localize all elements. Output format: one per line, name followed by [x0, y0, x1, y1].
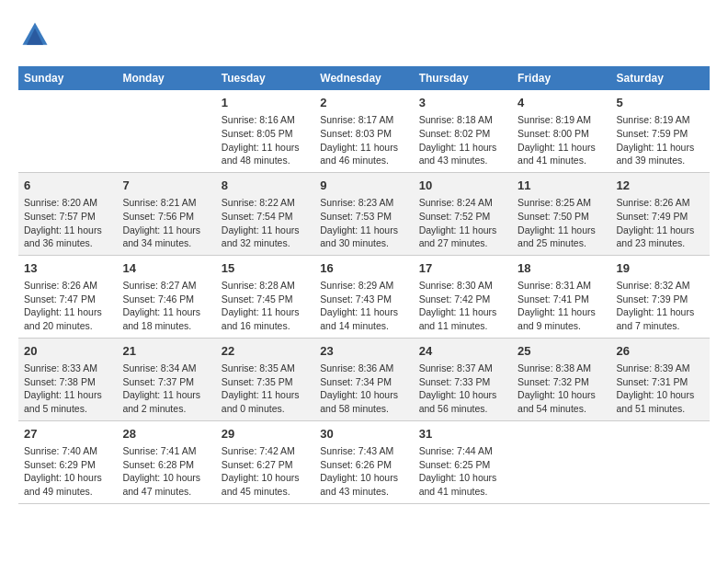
day-info: Sunrise: 8:29 AM Sunset: 7:43 PM Dayligh…	[320, 279, 407, 333]
calendar-cell: 3Sunrise: 8:18 AM Sunset: 8:02 PM Daylig…	[414, 90, 512, 172]
day-number: 22	[222, 343, 309, 360]
calendar-cell: 4Sunrise: 8:19 AM Sunset: 8:00 PM Daylig…	[512, 90, 610, 172]
day-number: 13	[24, 260, 111, 277]
calendar-cell: 27Sunrise: 7:40 AM Sunset: 6:29 PM Dayli…	[18, 420, 117, 503]
day-info: Sunrise: 7:44 AM Sunset: 6:25 PM Dayligh…	[419, 444, 506, 499]
day-number: 12	[617, 178, 704, 194]
calendar-cell: 8Sunrise: 8:22 AM Sunset: 7:54 PM Daylig…	[216, 172, 314, 255]
calendar-cell	[117, 90, 215, 172]
calendar-cell: 20Sunrise: 8:33 AM Sunset: 7:38 PM Dayli…	[18, 338, 117, 420]
day-number: 5	[617, 95, 704, 111]
day-info: Sunrise: 8:20 AM Sunset: 7:57 PM Dayligh…	[24, 196, 111, 250]
day-number: 29	[222, 426, 309, 442]
day-info: Sunrise: 8:25 AM Sunset: 7:50 PM Dayligh…	[518, 196, 605, 250]
day-number: 8	[222, 178, 309, 194]
week-row-4: 27Sunrise: 7:40 AM Sunset: 6:29 PM Dayli…	[18, 420, 710, 503]
page-header	[18, 18, 710, 52]
header-cell-monday: Monday	[117, 66, 215, 90]
day-info: Sunrise: 8:34 AM Sunset: 7:37 PM Dayligh…	[122, 362, 210, 416]
header-cell-wednesday: Wednesday	[314, 66, 413, 90]
day-info: Sunrise: 8:33 AM Sunset: 7:38 PM Dayligh…	[24, 362, 111, 416]
header-row: SundayMondayTuesdayWednesdayThursdayFrid…	[18, 66, 710, 90]
day-info: Sunrise: 8:31 AM Sunset: 7:41 PM Dayligh…	[518, 279, 605, 333]
calendar-cell: 10Sunrise: 8:24 AM Sunset: 7:52 PM Dayli…	[414, 172, 512, 255]
calendar-cell	[611, 420, 710, 503]
calendar-header: SundayMondayTuesdayWednesdayThursdayFrid…	[18, 66, 710, 90]
day-number: 28	[122, 426, 210, 442]
calendar-table: SundayMondayTuesdayWednesdayThursdayFrid…	[18, 66, 710, 504]
calendar-cell: 1Sunrise: 8:16 AM Sunset: 8:05 PM Daylig…	[216, 90, 314, 172]
calendar-cell: 22Sunrise: 8:35 AM Sunset: 7:35 PM Dayli…	[216, 338, 314, 420]
day-info: Sunrise: 8:28 AM Sunset: 7:45 PM Dayligh…	[222, 279, 309, 333]
calendar-cell: 31Sunrise: 7:44 AM Sunset: 6:25 PM Dayli…	[414, 420, 512, 503]
day-number: 26	[617, 343, 704, 360]
calendar-cell: 5Sunrise: 8:19 AM Sunset: 7:59 PM Daylig…	[611, 90, 710, 172]
day-info: Sunrise: 8:21 AM Sunset: 7:56 PM Dayligh…	[122, 196, 210, 250]
day-number: 20	[24, 343, 111, 360]
calendar-cell: 17Sunrise: 8:30 AM Sunset: 7:42 PM Dayli…	[414, 255, 512, 338]
day-info: Sunrise: 8:26 AM Sunset: 7:49 PM Dayligh…	[617, 196, 704, 250]
calendar-cell: 6Sunrise: 8:20 AM Sunset: 7:57 PM Daylig…	[18, 172, 117, 255]
day-info: Sunrise: 8:26 AM Sunset: 7:47 PM Dayligh…	[24, 279, 111, 333]
day-number: 30	[320, 426, 407, 442]
calendar-body: 1Sunrise: 8:16 AM Sunset: 8:05 PM Daylig…	[18, 90, 710, 503]
day-info: Sunrise: 8:22 AM Sunset: 7:54 PM Dayligh…	[222, 196, 309, 250]
calendar-cell: 28Sunrise: 7:41 AM Sunset: 6:28 PM Dayli…	[117, 420, 215, 503]
day-info: Sunrise: 8:18 AM Sunset: 8:02 PM Dayligh…	[419, 113, 506, 167]
day-number: 6	[24, 178, 111, 194]
day-number: 21	[122, 343, 210, 360]
calendar-cell: 2Sunrise: 8:17 AM Sunset: 8:03 PM Daylig…	[314, 90, 413, 172]
day-info: Sunrise: 8:39 AM Sunset: 7:31 PM Dayligh…	[617, 362, 704, 416]
calendar-cell: 7Sunrise: 8:21 AM Sunset: 7:56 PM Daylig…	[117, 172, 215, 255]
logo-icon	[18, 18, 51, 52]
header-cell-saturday: Saturday	[611, 66, 710, 90]
header-cell-friday: Friday	[512, 66, 610, 90]
day-info: Sunrise: 8:19 AM Sunset: 8:00 PM Dayligh…	[518, 113, 605, 167]
day-info: Sunrise: 8:35 AM Sunset: 7:35 PM Dayligh…	[222, 362, 309, 416]
calendar-cell: 26Sunrise: 8:39 AM Sunset: 7:31 PM Dayli…	[611, 338, 710, 420]
week-row-0: 1Sunrise: 8:16 AM Sunset: 8:05 PM Daylig…	[18, 90, 710, 172]
calendar-cell: 24Sunrise: 8:37 AM Sunset: 7:33 PM Dayli…	[414, 338, 512, 420]
day-number: 25	[518, 343, 605, 360]
day-info: Sunrise: 8:16 AM Sunset: 8:05 PM Dayligh…	[222, 113, 309, 167]
day-number: 9	[320, 178, 407, 194]
day-info: Sunrise: 8:36 AM Sunset: 7:34 PM Dayligh…	[320, 362, 407, 416]
day-number: 15	[222, 260, 309, 277]
day-info: Sunrise: 8:24 AM Sunset: 7:52 PM Dayligh…	[419, 196, 506, 250]
calendar-cell: 13Sunrise: 8:26 AM Sunset: 7:47 PM Dayli…	[18, 255, 117, 338]
calendar-cell: 19Sunrise: 8:32 AM Sunset: 7:39 PM Dayli…	[611, 255, 710, 338]
header-cell-thursday: Thursday	[414, 66, 512, 90]
calendar-cell: 12Sunrise: 8:26 AM Sunset: 7:49 PM Dayli…	[611, 172, 710, 255]
week-row-3: 20Sunrise: 8:33 AM Sunset: 7:38 PM Dayli…	[18, 338, 710, 420]
day-info: Sunrise: 8:27 AM Sunset: 7:46 PM Dayligh…	[122, 279, 210, 333]
day-info: Sunrise: 8:17 AM Sunset: 8:03 PM Dayligh…	[320, 113, 407, 167]
header-cell-sunday: Sunday	[18, 66, 117, 90]
day-number: 3	[419, 95, 506, 111]
calendar-cell: 14Sunrise: 8:27 AM Sunset: 7:46 PM Dayli…	[117, 255, 215, 338]
day-number: 24	[419, 343, 506, 360]
day-number: 11	[518, 178, 605, 194]
day-number: 14	[122, 260, 210, 277]
day-number: 4	[518, 95, 605, 111]
week-row-1: 6Sunrise: 8:20 AM Sunset: 7:57 PM Daylig…	[18, 172, 710, 255]
day-number: 23	[320, 343, 407, 360]
calendar-cell: 23Sunrise: 8:36 AM Sunset: 7:34 PM Dayli…	[314, 338, 413, 420]
day-number: 19	[617, 260, 704, 277]
day-number: 31	[419, 426, 506, 442]
day-number: 1	[222, 95, 309, 111]
day-info: Sunrise: 7:42 AM Sunset: 6:27 PM Dayligh…	[222, 444, 309, 499]
day-number: 17	[419, 260, 506, 277]
day-info: Sunrise: 7:41 AM Sunset: 6:28 PM Dayligh…	[122, 444, 210, 499]
day-number: 10	[419, 178, 506, 194]
day-info: Sunrise: 8:38 AM Sunset: 7:32 PM Dayligh…	[518, 362, 605, 416]
day-info: Sunrise: 8:37 AM Sunset: 7:33 PM Dayligh…	[419, 362, 506, 416]
day-number: 7	[122, 178, 210, 194]
calendar-cell	[18, 90, 117, 172]
week-row-2: 13Sunrise: 8:26 AM Sunset: 7:47 PM Dayli…	[18, 255, 710, 338]
day-number: 18	[518, 260, 605, 277]
calendar-cell: 25Sunrise: 8:38 AM Sunset: 7:32 PM Dayli…	[512, 338, 610, 420]
day-info: Sunrise: 8:30 AM Sunset: 7:42 PM Dayligh…	[419, 279, 506, 333]
day-number: 16	[320, 260, 407, 277]
calendar-cell: 21Sunrise: 8:34 AM Sunset: 7:37 PM Dayli…	[117, 338, 215, 420]
calendar-cell: 9Sunrise: 8:23 AM Sunset: 7:53 PM Daylig…	[314, 172, 413, 255]
